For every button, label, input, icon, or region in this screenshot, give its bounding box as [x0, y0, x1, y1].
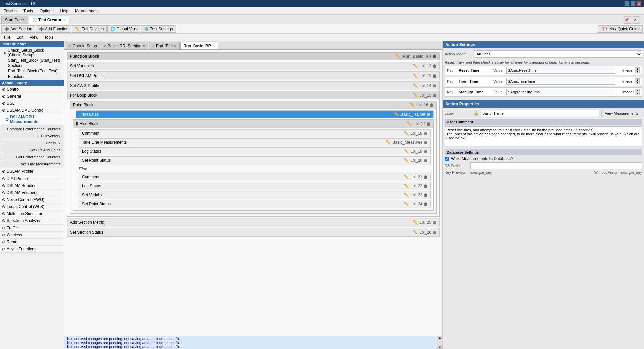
block-comment-1[interactable]: Comment ✏️ Lbl_18 🗑: [79, 129, 431, 137]
action-mode-dropdown[interactable]: All Lines: [474, 50, 642, 58]
if-else-header[interactable]: If Else Block ✏️ Lbl_17 🗑: [73, 120, 433, 128]
block-set-point-status-else[interactable]: Set Point Status ✏️ Lbl_24 🗑: [79, 200, 431, 208]
scroll-up-btn[interactable]: ▲: [437, 336, 442, 339]
delete-ls1[interactable]: 🗑: [424, 149, 428, 154]
block-add-section-metric[interactable]: Add Section Metric ✏️ Lbl_25 🗑: [67, 218, 440, 227]
test-tree-start-test[interactable]: Start_Test_Block (Start_Test): [5, 58, 63, 63]
kv-up-1[interactable]: ▲: [635, 67, 640, 70]
action-group-dsl-header[interactable]: ⊙ DSL: [0, 100, 64, 107]
delete-sve[interactable]: 🗑: [424, 193, 428, 197]
block-take-line-meas[interactable]: Take Line Measurements ✏️ Basic_Measures…: [79, 138, 431, 146]
delete-asm[interactable]: 🗑: [433, 220, 437, 225]
action-get-perf-counters[interactable]: Get Performance Counters: [1, 154, 63, 160]
kv-value-input-2[interactable]: [506, 78, 615, 85]
action-group-wireless-header[interactable]: ⊙ Wireless: [0, 232, 64, 238]
user-comment-textarea[interactable]: Reset the lines, and attempt to train an…: [445, 126, 642, 146]
float-button[interactable]: ↗: [633, 16, 640, 24]
block-set-point-status-1[interactable]: Set Point Status ✏️ Lbl_20 🗑: [79, 156, 431, 164]
add-section-button[interactable]: ➕ Add Section: [1, 25, 35, 33]
action-subgroup-measurements-header[interactable]: ⊙ DSLAM/DPU Measurements: [0, 114, 64, 125]
kv-value-input-3[interactable]: [506, 89, 615, 95]
delete-dslam[interactable]: 🗑: [433, 73, 437, 78]
delete-train[interactable]: 🗑: [427, 112, 431, 117]
action-group-mls-header[interactable]: ⊙ Multi-Line Simulator: [0, 210, 64, 217]
test-tree-end-test[interactable]: End_Test_Block (End_Test): [5, 68, 63, 74]
sec-menu-view[interactable]: View: [27, 34, 41, 40]
kv-value-input-1[interactable]: [506, 67, 615, 74]
pin-button[interactable]: 📌: [624, 16, 631, 24]
action-group-dslam-profile-header[interactable]: ⊙ DSLAM Profile: [0, 168, 64, 175]
block-set-section-status[interactable]: Set Section Status ✏️ Lbl_26 🗑: [67, 228, 440, 237]
close-button[interactable]: ✕: [637, 1, 641, 6]
inner-tab-check-setup[interactable]: ✔ Check_Setup: [66, 42, 100, 49]
action-group-dslam-vectoring-header[interactable]: ⊙ DSLAM Vectoring: [0, 189, 64, 196]
block-set-vars-else[interactable]: Set Variables ✏️ Lbl_23 🗑: [79, 191, 431, 199]
action-group-dslam-header[interactable]: ⊙ DSLAM/DPU Control: [0, 107, 64, 114]
point-block-header[interactable]: Point Block ✏️ Lbl_16 🗑: [70, 101, 436, 109]
action-group-async-header[interactable]: ⊙ Async Functions: [0, 246, 64, 252]
run-basic-rr-tab-close[interactable]: ✕: [212, 44, 215, 48]
kv-up-2[interactable]: ▲: [635, 78, 640, 81]
action-group-general-header[interactable]: ⊙ General: [0, 93, 64, 100]
delete-if[interactable]: 🗑: [427, 121, 431, 126]
tab-test-creator-close[interactable]: ✕: [63, 18, 66, 22]
delete-tlm[interactable]: 🗑: [424, 140, 428, 145]
sec-menu-tools[interactable]: Tools: [42, 34, 56, 40]
action-group-control-header[interactable]: ⊙ Control: [0, 86, 64, 93]
tab-start-page[interactable]: Start Page: [1, 16, 28, 24]
action-dut-inventory[interactable]: DUT Inventory: [1, 133, 63, 139]
delete-sss[interactable]: 🗑: [433, 230, 437, 235]
delete-sps1[interactable]: 🗑: [424, 158, 428, 163]
test-tree-functions[interactable]: Functions: [5, 74, 63, 79]
kv-down-3[interactable]: ▼: [635, 92, 640, 95]
tab-test-creator[interactable]: 📋 Test Creator ✕: [29, 16, 69, 24]
action-group-spectrum-header[interactable]: ⊙ Spectrum Analyzer: [0, 217, 64, 224]
test-tree-check-setup[interactable]: ▶ Check_Setup_Block (Check_Setup): [1, 48, 63, 58]
action-take-line-meas[interactable]: Take Line Measurements: [1, 161, 63, 167]
block-set-variables-1[interactable]: Set Variables ✏️ Lbl_12 🗑: [67, 62, 440, 70]
action-group-traffic-header[interactable]: ⊙ Traffic: [0, 225, 64, 231]
basic-rr-tab-close[interactable]: ✕: [143, 44, 145, 48]
delete-for-loop[interactable]: 🗑: [433, 93, 437, 98]
inner-tab-end-test[interactable]: ✔ End_Test ✕: [149, 42, 180, 49]
for-loop-header[interactable]: For Loop Block ✏️ Lbl_15 🗑: [67, 91, 439, 99]
action-group-loops-header[interactable]: ⊙ Loops Control (WLS): [0, 203, 64, 210]
delete-function-icon[interactable]: 🗑: [433, 54, 437, 59]
menu-testing[interactable]: Testing: [1, 8, 19, 14]
kv-up-3[interactable]: ▲: [635, 89, 640, 92]
db-prefix-input[interactable]: [470, 162, 642, 169]
test-tree-sections[interactable]: Sections: [5, 63, 63, 68]
menu-options[interactable]: Options: [37, 8, 56, 14]
delete-ce[interactable]: 🗑: [424, 174, 428, 179]
delete-point[interactable]: 🗑: [430, 103, 434, 107]
status-scrollbar[interactable]: ▲ ▼: [437, 336, 442, 349]
action-get-bits-gains[interactable]: Get Bits And Gains: [1, 147, 63, 153]
view-measurements-button[interactable]: View Measurements: [601, 110, 642, 117]
block-log-status-else[interactable]: Log Status ✏️ Lbl_22 🗑: [79, 182, 431, 190]
delete-lse[interactable]: 🗑: [424, 184, 428, 188]
test-settings-button[interactable]: ⚙️ Test Settings: [141, 25, 176, 33]
delete-sv1[interactable]: 🗑: [433, 64, 437, 68]
action-compare-perf[interactable]: Compare Performance Counters: [1, 126, 63, 132]
global-vars-button[interactable]: 🌐 Global Vars: [107, 25, 140, 33]
sec-menu-edit[interactable]: Edit: [14, 34, 26, 40]
block-set-dslam[interactable]: Set DSLAM Profile ✏️ Lbl_13 🗑: [67, 71, 440, 80]
write-to-db-checkbox[interactable]: [445, 157, 449, 161]
menu-tools[interactable]: Tools: [21, 8, 36, 14]
add-function-button[interactable]: ➕ Add Function: [36, 25, 72, 33]
end-test-tab-close[interactable]: ✕: [174, 44, 177, 48]
kv-down-2[interactable]: ▼: [635, 81, 640, 84]
block-log-status-1[interactable]: Log Status ✏️ Lbl_19 🗑: [79, 147, 431, 155]
block-comment-else[interactable]: Comment ✏️ Lbl_21 🗑: [79, 173, 431, 181]
maximize-button[interactable]: □: [631, 1, 635, 6]
minimize-button[interactable]: ─: [625, 1, 629, 6]
action-group-dslam-bonding-header[interactable]: ⊙ DSLAM Bonding: [0, 182, 64, 189]
help-button[interactable]: ❓ Help / Quick Guide: [598, 25, 643, 33]
action-group-dpu-profile-header[interactable]: ⊙ DPU Profile: [0, 175, 64, 182]
delete-awg[interactable]: 🗑: [433, 83, 437, 88]
menu-management[interactable]: Management: [72, 8, 101, 14]
menu-help[interactable]: Help: [57, 8, 71, 14]
sec-menu-file[interactable]: File: [1, 34, 13, 40]
action-group-remote-header[interactable]: ⊙ Remote: [0, 239, 64, 245]
edit-devices-button[interactable]: ✏️ Edit Devices: [72, 25, 107, 33]
